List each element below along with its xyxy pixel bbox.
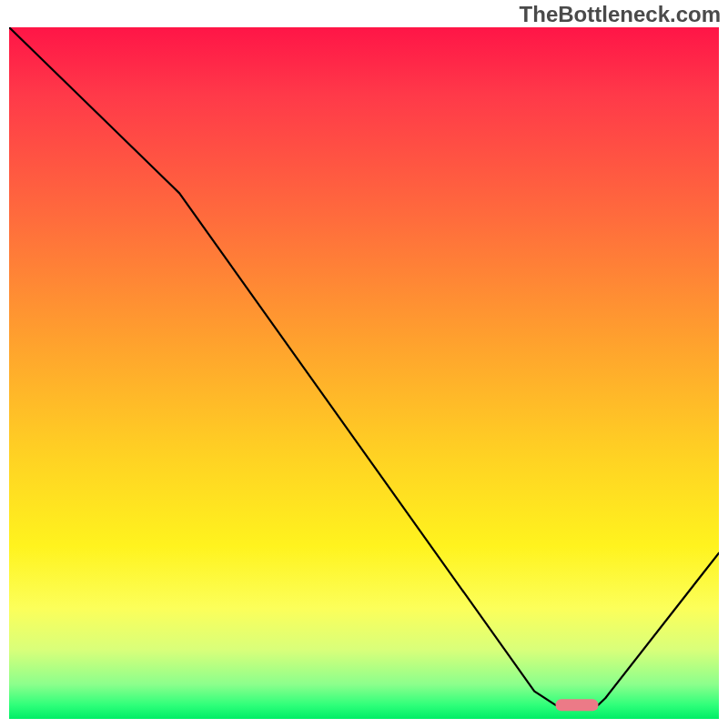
watermark-text: TheBottleneck.com: [520, 2, 721, 27]
curve-layer: [9, 27, 719, 719]
optimal-marker: [556, 699, 599, 711]
plot-area: [9, 27, 719, 719]
chart-container: TheBottleneck.com: [0, 0, 728, 728]
bottleneck-curve: [9, 27, 719, 705]
